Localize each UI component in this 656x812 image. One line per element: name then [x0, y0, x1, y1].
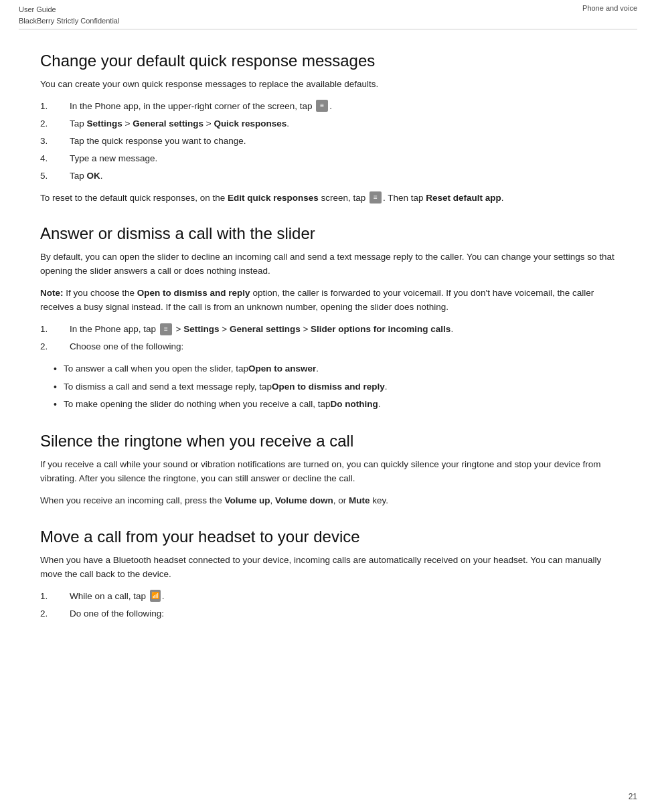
steps-change-quick-response: 1. In the Phone app, in the upper-right … — [40, 100, 616, 183]
section-intro-silence-ringtone: If you receive a call while your sound o… — [40, 458, 616, 486]
main-content: Change your default quick response messa… — [0, 29, 656, 656]
move-step-1-text: While on a call, tap 📶. — [70, 590, 616, 604]
step-2: 2. Tap Settings > General settings > Qui… — [40, 117, 616, 131]
bullet-list-slider: To answer a call when you open the slide… — [54, 362, 616, 412]
bullet-open-to-dismiss: To dismiss a call and send a text messag… — [54, 380, 616, 395]
menu-icon-reset: ≡ — [370, 191, 382, 204]
step-1: 1. In the Phone app, in the upper-right … — [40, 100, 616, 114]
section-title-move-call: Move a call from your headset to your de… — [40, 527, 616, 547]
move-step-2-num: 2. — [40, 607, 70, 621]
page-number: 21 — [629, 792, 637, 801]
step-3-num: 3. — [40, 135, 70, 149]
step-1-text: In the Phone app, in the upper-right cor… — [70, 100, 616, 114]
step-5: 5. Tap OK. — [40, 169, 616, 183]
steps-move-call: 1. While on a call, tap 📶. 2. Do one of … — [40, 590, 616, 621]
slider-step-2-num: 2. — [40, 340, 70, 354]
menu-icon-slider: ≡ — [160, 323, 172, 335]
section-title-silence-ringtone: Silence the ringtone when you receive a … — [40, 431, 616, 451]
slider-step-1: 1. In the Phone app, tap ≡ > Settings > … — [40, 323, 616, 337]
step-3: 3. Tap the quick response you want to ch… — [40, 135, 616, 149]
bullet-do-nothing: To make opening the slider do nothing wh… — [54, 398, 616, 412]
section-title-change-quick-response: Change your default quick response messa… — [40, 51, 616, 71]
move-step-2: 2. Do one of the following: — [40, 607, 616, 621]
slider-step-1-text: In the Phone app, tap ≡ > Settings > Gen… — [70, 323, 616, 337]
slider-step-2-text: Choose one of the following: — [70, 340, 616, 354]
move-step-2-text: Do one of the following: — [70, 607, 616, 621]
section-title-answer-dismiss: Answer or dismiss a call with the slider — [40, 224, 616, 244]
step-4: 4. Type a new message. — [40, 152, 616, 166]
bullet-open-to-answer: To answer a call when you open the slide… — [54, 362, 616, 377]
step-5-text: Tap OK. — [70, 169, 616, 183]
section-move-call-headset: Move a call from your headset to your de… — [40, 527, 616, 621]
move-step-1: 1. While on a call, tap 📶. — [40, 590, 616, 604]
step-2-text: Tap Settings > General settings > Quick … — [70, 117, 616, 131]
reset-para: To reset to the default quick responses,… — [40, 191, 616, 206]
step-4-text: Type a new message. — [70, 152, 616, 166]
header-left: User Guide BlackBerry Strictly Confident… — [19, 4, 119, 26]
slider-step-2: 2. Choose one of the following: — [40, 340, 616, 354]
step-1-num: 1. — [40, 100, 70, 114]
section-intro-change-quick-response: You can create your own quick response m… — [40, 78, 616, 92]
volume-key-para: When you receive an incoming call, press… — [40, 494, 616, 508]
note-answer-dismiss: Note: If you choose the Open to dismiss … — [40, 287, 616, 315]
header-confidential-label: BlackBerry Strictly Confidential — [19, 15, 119, 27]
header-guide-label: User Guide — [19, 4, 119, 15]
section-answer-dismiss-slider: Answer or dismiss a call with the slider… — [40, 224, 616, 412]
section-intro-answer-dismiss: By default, you can open the slider to d… — [40, 250, 616, 278]
section-silence-ringtone: Silence the ringtone when you receive a … — [40, 431, 616, 508]
menu-icon-1: ≡ — [316, 100, 328, 112]
step-2-num: 2. — [40, 117, 70, 131]
header-section-label: Phone and voice — [582, 4, 637, 12]
step-4-num: 4. — [40, 152, 70, 166]
step-5-num: 5. — [40, 169, 70, 183]
move-step-1-num: 1. — [40, 590, 70, 604]
step-3-text: Tap the quick response you want to chang… — [70, 135, 616, 149]
bluetooth-icon: 📶 — [150, 590, 161, 602]
section-change-quick-response: Change your default quick response messa… — [40, 51, 616, 205]
page-header: User Guide BlackBerry Strictly Confident… — [0, 0, 656, 29]
header-right: Phone and voice — [582, 4, 637, 12]
section-intro-move-call: When you have a Bluetooth headset connec… — [40, 554, 616, 582]
steps-answer-dismiss: 1. In the Phone app, tap ≡ > Settings > … — [40, 323, 616, 354]
slider-step-1-num: 1. — [40, 323, 70, 337]
